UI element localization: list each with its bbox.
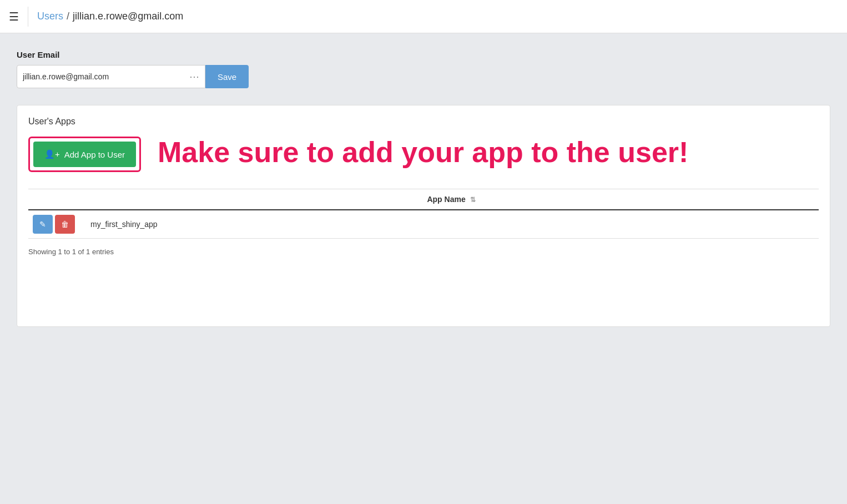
table-row: ✎ 🗑 my_first_shiny_app bbox=[28, 210, 819, 239]
email-row: jillian.e.rowe@gmail.com ⋯ Save bbox=[17, 65, 830, 88]
add-app-highlight-border: 👤+ Add App to User bbox=[28, 137, 141, 172]
sort-icon: ⇅ bbox=[470, 196, 476, 204]
apps-card: User's Apps 👤+ Add App to User Make sure… bbox=[17, 105, 830, 327]
add-app-btn-label: Add App to User bbox=[64, 150, 125, 159]
table-header-actions bbox=[28, 189, 84, 210]
edit-button[interactable]: ✎ bbox=[33, 215, 53, 234]
apps-table: App Name ⇅ ✎ 🗑 my_first_shiny_app bbox=[28, 189, 819, 239]
delete-button[interactable]: 🗑 bbox=[55, 215, 75, 234]
breadcrumb: Users / jillian.e.rowe@gmail.com bbox=[37, 11, 183, 22]
add-row: 👤+ Add App to User Make sure to add your… bbox=[28, 137, 819, 183]
main-content: User Email jillian.e.rowe@gmail.com ⋯ Sa… bbox=[0, 33, 847, 344]
table-header-row: App Name ⇅ bbox=[28, 189, 819, 210]
add-app-to-user-button[interactable]: 👤+ Add App to User bbox=[33, 142, 136, 167]
action-cell: ✎ 🗑 bbox=[28, 210, 84, 239]
person-plus-icon: 👤+ bbox=[44, 149, 60, 159]
apps-card-title: User's Apps bbox=[28, 117, 819, 127]
dots-icon[interactable]: ⋯ bbox=[189, 70, 199, 83]
entries-info: Showing 1 to 1 of 1 entries bbox=[28, 248, 819, 256]
app-name-cell: my_first_shiny_app bbox=[84, 210, 819, 239]
breadcrumb-separator: / bbox=[67, 11, 69, 22]
table-header-app-name[interactable]: App Name ⇅ bbox=[84, 189, 819, 210]
save-button[interactable]: Save bbox=[205, 65, 249, 88]
header: ☰ Users / jillian.e.rowe@gmail.com bbox=[0, 0, 847, 33]
user-email-label: User Email bbox=[17, 50, 830, 59]
annotation-text: Make sure to add your app to the user! bbox=[158, 137, 688, 168]
breadcrumb-current-page: jillian.e.rowe@gmail.com bbox=[73, 11, 183, 22]
breadcrumb-users-link[interactable]: Users bbox=[37, 11, 63, 22]
email-input[interactable]: jillian.e.rowe@gmail.com bbox=[23, 72, 185, 81]
hamburger-icon[interactable]: ☰ bbox=[9, 11, 19, 22]
email-input-wrap: jillian.e.rowe@gmail.com ⋯ bbox=[17, 65, 205, 88]
edit-icon: ✎ bbox=[39, 220, 46, 229]
header-divider bbox=[28, 7, 28, 27]
trash-icon: 🗑 bbox=[61, 220, 69, 229]
